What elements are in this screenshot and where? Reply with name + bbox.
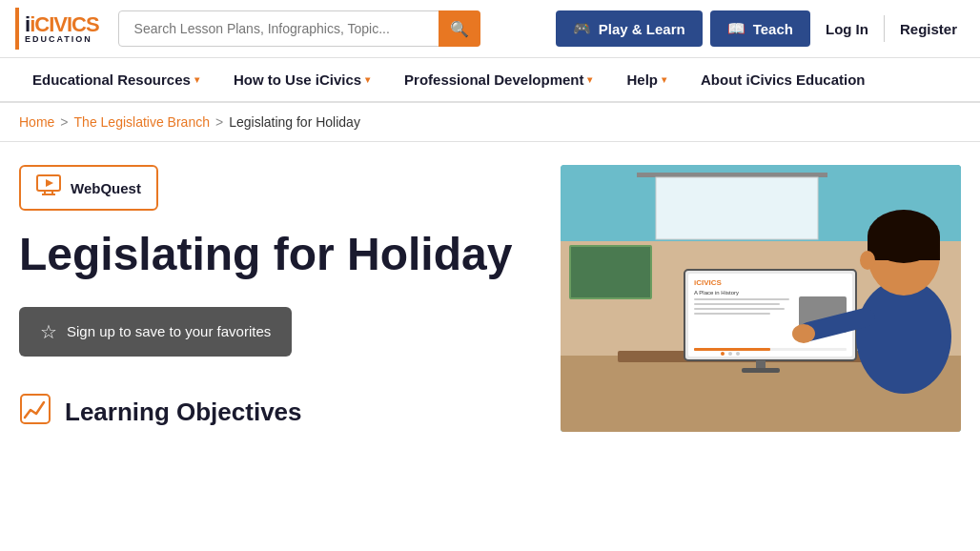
chart-icon bbox=[19, 393, 51, 432]
webquest-label: WebQuest bbox=[71, 180, 141, 196]
svg-rect-27 bbox=[756, 360, 766, 368]
nav-label: Educational Resources bbox=[32, 71, 191, 88]
chevron-down-icon: ▾ bbox=[194, 74, 199, 85]
svg-rect-20 bbox=[694, 313, 770, 315]
hero-image-container: iCIVICS A Place in History bbox=[561, 165, 961, 432]
chevron-down-icon: ▾ bbox=[587, 74, 592, 85]
breadcrumb-sep-1: > bbox=[60, 114, 68, 130]
site-header: iiCIVICS EDUCATION 🔍 🎮 Play & Learn 📖 Te… bbox=[0, 0, 980, 58]
play-learn-button[interactable]: 🎮 Play & Learn bbox=[556, 10, 703, 47]
register-label: Register bbox=[900, 21, 957, 37]
svg-rect-33 bbox=[868, 236, 940, 260]
logo-text: iiCIVICS EDUCATION bbox=[25, 14, 99, 44]
chevron-down-icon: ▾ bbox=[662, 74, 666, 85]
svg-rect-23 bbox=[694, 348, 770, 351]
main-nav: Educational Resources ▾ How to Use iCivi… bbox=[0, 58, 980, 103]
svg-rect-28 bbox=[742, 368, 780, 373]
breadcrumb-sep-2: > bbox=[215, 114, 223, 130]
hero-illustration: iCIVICS A Place in History bbox=[561, 165, 961, 432]
breadcrumb-home[interactable]: Home bbox=[19, 114, 54, 130]
play-learn-label: Play & Learn bbox=[599, 21, 685, 37]
svg-point-34 bbox=[860, 251, 875, 270]
svg-text:iCIVICS: iCIVICS bbox=[694, 278, 723, 287]
svg-marker-4 bbox=[46, 179, 53, 187]
nav-item-professional-development[interactable]: Professional Development ▾ bbox=[387, 58, 609, 101]
play-learn-icon: 🎮 bbox=[573, 20, 591, 37]
nav-item-help[interactable]: Help ▾ bbox=[609, 58, 684, 101]
star-icon: ☆ bbox=[40, 320, 57, 343]
svg-rect-9 bbox=[637, 173, 827, 177]
search-icon: 🔍 bbox=[450, 20, 469, 38]
webquest-icon bbox=[36, 174, 61, 201]
nav-label: How to Use iCivics bbox=[234, 71, 361, 88]
chevron-down-icon: ▾ bbox=[365, 74, 370, 85]
svg-point-24 bbox=[721, 352, 725, 356]
login-button[interactable]: Log In bbox=[818, 11, 876, 47]
logo-subbrand: EDUCATION bbox=[25, 35, 99, 44]
logo-brand: iiCIVICS bbox=[25, 14, 99, 35]
register-button[interactable]: Register bbox=[892, 11, 965, 47]
nav-item-educational-resources[interactable]: Educational Resources ▾ bbox=[15, 58, 216, 101]
nav-label: Professional Development bbox=[404, 71, 583, 88]
svg-text:A Place in History: A Place in History bbox=[694, 290, 739, 296]
favorites-button[interactable]: ☆ Sign up to save to your favorites bbox=[19, 307, 292, 357]
learning-objectives-section: Learning Objectives bbox=[19, 383, 541, 432]
learning-objectives-title: Learning Objectives bbox=[65, 398, 302, 427]
svg-rect-11 bbox=[570, 246, 651, 298]
breadcrumb: Home > The Legislative Branch > Legislat… bbox=[0, 103, 980, 142]
logo-bar bbox=[15, 8, 19, 50]
svg-point-29 bbox=[856, 279, 951, 394]
favorites-label: Sign up to save to your favorites bbox=[67, 323, 271, 339]
content-left: WebQuest Legislating for Holiday ☆ Sign … bbox=[19, 165, 541, 432]
search-button[interactable]: 🔍 bbox=[439, 10, 480, 47]
nav-label: Help bbox=[626, 71, 658, 88]
page-title: Legislating for Holiday bbox=[19, 230, 541, 280]
teach-icon: 📖 bbox=[727, 20, 745, 37]
header-actions: 🎮 Play & Learn 📖 Teach Log In Register bbox=[556, 10, 965, 47]
svg-rect-18 bbox=[694, 303, 780, 305]
search-input[interactable] bbox=[118, 10, 480, 47]
svg-rect-5 bbox=[21, 395, 50, 423]
svg-rect-19 bbox=[694, 308, 785, 310]
teach-label: Teach bbox=[753, 21, 793, 37]
svg-point-26 bbox=[736, 352, 740, 356]
main-content: WebQuest Legislating for Holiday ☆ Sign … bbox=[0, 142, 980, 432]
svg-rect-10 bbox=[656, 177, 818, 239]
login-label: Log In bbox=[826, 21, 868, 37]
teach-button[interactable]: 📖 Teach bbox=[710, 10, 810, 47]
header-divider bbox=[884, 15, 885, 42]
nav-item-how-to-use[interactable]: How to Use iCivics ▾ bbox=[216, 58, 387, 101]
svg-point-35 bbox=[792, 324, 815, 343]
breadcrumb-parent[interactable]: The Legislative Branch bbox=[74, 114, 210, 130]
breadcrumb-current: Legislating for Holiday bbox=[229, 114, 360, 130]
hero-image: iCIVICS A Place in History bbox=[561, 165, 961, 432]
webquest-badge[interactable]: WebQuest bbox=[19, 165, 158, 211]
search-container: 🔍 bbox=[118, 10, 480, 47]
nav-item-about[interactable]: About iCivics Education bbox=[684, 58, 883, 101]
svg-point-25 bbox=[728, 352, 732, 356]
nav-label: About iCivics Education bbox=[701, 71, 866, 88]
svg-rect-17 bbox=[694, 298, 789, 300]
logo[interactable]: iiCIVICS EDUCATION bbox=[15, 8, 99, 50]
